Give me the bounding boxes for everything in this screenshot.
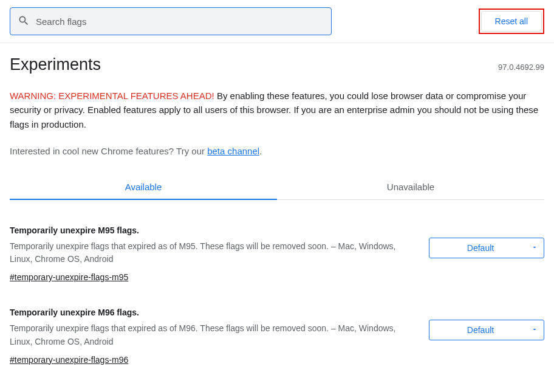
top-bar: Reset all [0,0,554,43]
reset-all-button[interactable]: Reset all [481,11,542,32]
warning-prefix: WARNING: EXPERIMENTAL FEATURES AHEAD! [10,91,214,101]
cta-period: . [259,146,262,156]
flag-select-wrap: Default [429,238,544,258]
flag-title: Temporarily unexpire M95 flags. [10,225,409,235]
flag-dropdown[interactable]: Default [429,320,544,340]
cta-lead: Interested in cool new Chrome features? … [10,146,207,156]
flag-hash-link[interactable]: #temporary-unexpire-flags-m96 [10,355,128,365]
flag-hash-link[interactable]: #temporary-unexpire-flags-m95 [10,272,128,282]
flag-description: Temporarily unexpire flags that expired … [10,322,409,348]
cta-line: Interested in cool new Chrome features? … [10,146,544,156]
warning-block: WARNING: EXPERIMENTAL FEATURES AHEAD! By… [10,89,544,131]
flag-text: Temporarily unexpire M95 flags. Temporar… [10,225,409,282]
beta-channel-link[interactable]: beta channel [207,146,259,156]
flag-text: Temporarily unexpire M96 flags. Temporar… [10,308,409,364]
search-input[interactable] [36,8,324,35]
search-container [10,7,332,35]
page-title: Experiments [10,55,101,74]
flag-title: Temporarily unexpire M96 flags. [10,308,409,317]
content-region: Experiments 97.0.4692.99 WARNING: EXPERI… [0,43,554,392]
flag-select-wrap: Default [429,320,544,340]
flag-description: Temporarily unexpire flags that expired … [10,240,409,266]
version-label: 97.0.4692.99 [498,63,544,72]
flag-item: Temporarily unexpire M95 flags. Temporar… [10,225,544,282]
tab-unavailable[interactable]: Unavailable [277,174,544,199]
flag-item: Temporarily unexpire M96 flags. Temporar… [10,308,544,364]
tab-available[interactable]: Available [10,174,277,199]
search-icon [18,15,36,29]
tabs: Available Unavailable [10,174,544,200]
flags-list: Temporarily unexpire M95 flags. Temporar… [10,200,544,365]
flag-dropdown[interactable]: Default [429,238,544,258]
reset-highlight: Reset all [479,9,544,34]
title-row: Experiments 97.0.4692.99 [10,55,544,74]
